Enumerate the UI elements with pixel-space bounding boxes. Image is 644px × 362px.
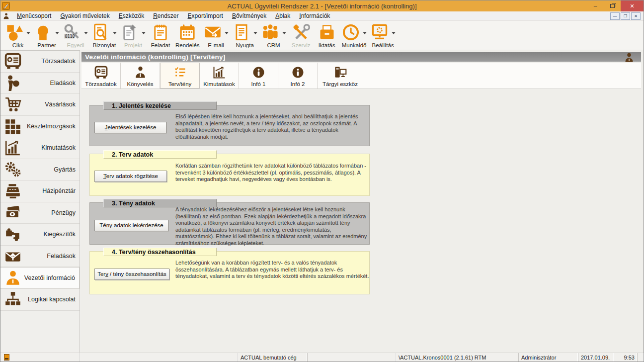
mdi-minimize-button[interactable]: — (610, 12, 620, 20)
toolbar-label: Bizonylat (93, 42, 116, 48)
menu-rendszer[interactable]: Rendszer (149, 11, 183, 21)
menu-informaciok[interactable]: Információk (295, 11, 334, 21)
sidebar-item-hazipenztar[interactable]: Házipénztár (0, 181, 80, 202)
title-bar: ACTUAL Ügyviteli Rendszer 2.1 - [Vezetői… (0, 0, 644, 11)
chevron-down-icon[interactable] (142, 32, 146, 34)
page-header: Vezetői információ (kontrolling) [Terv/t… (81, 52, 641, 62)
sidebar-item-eladasok[interactable]: Eladások (0, 73, 80, 94)
toolbar-label: Iktatás (319, 42, 335, 48)
sidebar-item-kimutatasok[interactable]: Kimutatások (0, 137, 80, 159)
bar-chart-icon (4, 139, 21, 156)
chevron-down-icon[interactable] (253, 32, 257, 34)
sidebar-item-keszletmozgasok[interactable]: Készletmozgások (0, 116, 80, 138)
section-description: Lehetőségünk van a korábban rögzített te… (175, 260, 370, 280)
sidebar-item-label: Feladások (21, 253, 76, 260)
toolbar-label: Beállítás (372, 42, 394, 48)
status-date: 2017.01.09. (578, 353, 614, 362)
section-jelentes-kezelese: 1. Jelentés kezelése Jelentések kezelése… (89, 105, 370, 146)
tab-info-1[interactable]: Infó 1 (239, 63, 278, 89)
toolbar-label: Feladat (151, 42, 170, 48)
chevron-down-icon[interactable] (363, 32, 367, 34)
chevron-down-icon[interactable] (392, 32, 396, 34)
tab-label: Törzsadatok (85, 81, 116, 87)
menu-bar: Menücsoport Gyakori műveletek Eszközök R… (0, 11, 644, 21)
toolbar-item-rendeles[interactable]: Rendelés (173, 23, 202, 48)
chevron-down-icon[interactable] (84, 32, 88, 34)
sidebar-item-penzugy[interactable]: Pénzügy (0, 202, 80, 224)
toolbar-label: Egyedi (67, 42, 84, 48)
sidebar-item-label: Házipénztár (21, 187, 76, 194)
sidebar-item-logikai-kapcsolat[interactable]: Logikai kapcsolat (0, 289, 80, 311)
checklist-icon (173, 66, 187, 79)
status-bar: ACTUAL bemutató cég \ACTUAL.Kronos0001 (… (0, 353, 644, 362)
chevron-down-icon[interactable] (55, 32, 59, 34)
toolbar-item-egyedi[interactable]: 0110 Egyedi (61, 23, 90, 48)
menu-gyakori-muveletek[interactable]: Gyakori műveletek (56, 11, 114, 21)
main-toolbar: Cikk Partner 0110 Egyedi Bizonylat Proje… (0, 21, 644, 50)
chevron-down-icon[interactable] (113, 32, 117, 34)
notepad-icon (152, 23, 169, 41)
menu-bovitmenyek[interactable]: Bővítmények (228, 11, 271, 21)
chevron-down-icon[interactable] (225, 32, 229, 34)
tab-label: Infó 1 (251, 81, 266, 87)
person-icon (4, 270, 21, 286)
sidebar-item-gyartas[interactable]: Gyártás (0, 159, 80, 181)
toolbar-label: Munkaidő (342, 42, 367, 48)
status-cell (80, 353, 238, 362)
mdi-close-button[interactable]: ✕ (631, 12, 641, 20)
tab-targyi-eszkoz[interactable]: Tárgyi eszköz (318, 63, 363, 89)
tab-kimutatasok[interactable]: Kimutatások (200, 63, 239, 89)
jelentesek-kezelese-button[interactable]: Jelentések kezelése (94, 122, 166, 133)
sidebar-item-torzsadatok[interactable]: Törzsadatok (0, 51, 80, 73)
mdi-restore-button[interactable]: ❐ (621, 12, 630, 20)
chevron-down-icon[interactable] (282, 32, 286, 34)
toolbar-item-email[interactable]: E-mail (202, 23, 231, 48)
key-icon: 0110 (63, 23, 81, 41)
sidebar-item-feladasok[interactable]: Feladások (0, 246, 80, 268)
content-area: 1. Jelentés kezelése Jelentések kezelése… (81, 89, 641, 353)
status-text: 2017.01.09. (581, 355, 610, 361)
chevron-down-icon[interactable] (26, 32, 30, 34)
menu-export-import[interactable]: Export/import (183, 11, 228, 21)
toolbar-item-bizonylat[interactable]: Bizonylat (90, 23, 119, 48)
tab-info-2[interactable]: Infó 2 (278, 63, 318, 89)
document-magnifier-icon (92, 23, 110, 41)
toolbar-item-crm[interactable]: CRM (259, 23, 288, 48)
sidebar-item-vezetoi-informacio[interactable]: Vezetői információ (0, 267, 80, 289)
sidebar-item-vasarlasok[interactable]: Vásárlások (0, 94, 80, 116)
sidebar-item-kiegeszitok[interactable]: Kiegészítők (0, 224, 80, 246)
tab-label: Könyvelés (127, 81, 153, 87)
drawer-icon (318, 23, 336, 41)
toolbar-item-munkaido[interactable]: Munkaidő (340, 23, 369, 48)
section-title: 1. Jelentés kezelése (103, 101, 217, 110)
toolbar-item-cikk[interactable]: Cikk (3, 23, 32, 48)
status-app-icon (4, 354, 9, 361)
terv-adatok-rogzitese-button[interactable]: Terv adatok rögzítése (94, 171, 167, 182)
section-teny-adatok: 3. Tény adatok Tény adatok lekérdezése A… (89, 202, 370, 245)
menu-ablak[interactable]: Ablak (271, 11, 295, 21)
toolbar-item-feladat[interactable]: Feladat (148, 23, 173, 48)
menu-eszkozok[interactable]: Eszközök (114, 11, 149, 21)
toolbar-item-projekt[interactable]: Projekt (119, 23, 148, 48)
section-terv-adatok: 2. Terv adatok Terv adatok rögzítése Kor… (89, 154, 370, 196)
menu-menucsoport[interactable]: Menücsoport (12, 11, 56, 21)
gears-icon (4, 161, 21, 178)
teny-adatok-lekerdezese-button[interactable]: Tény adatok lekérdezése (94, 220, 168, 231)
toolbar-item-beallitas[interactable]: Beállítás (369, 23, 398, 48)
terv-teny-osszehasonlitas-button[interactable]: Terv / tény összehasonlítás (94, 269, 169, 280)
sidebar-item-label: Pénzügy (21, 209, 76, 216)
toolbar-item-iktatas[interactable]: Iktatás (314, 23, 340, 48)
toolbar-item-szerviz[interactable]: Szerviz (288, 23, 314, 48)
tab-konyveles[interactable]: Könyvelés (121, 63, 160, 89)
person-head-icon (34, 23, 52, 41)
sidebar-item-label: Készletmozgások (21, 123, 76, 130)
toolbar-item-partner[interactable]: Partner (32, 23, 61, 48)
toolbar-label: CRM (267, 42, 280, 48)
window-title: ACTUAL Ügyviteli Rendszer 2.1 - [Vezetői… (0, 2, 644, 10)
toolbar-item-nyugta[interactable]: Nyugta (231, 23, 259, 48)
section-description: Első lépésben létre kell hoznunk a jelen… (175, 113, 370, 140)
tab-terv-teny[interactable]: Terv/tény (160, 63, 200, 89)
restore-icon (610, 4, 615, 8)
module-tabbar: Törzsadatok Könyvelés Terv/tény Kimutatá… (81, 63, 641, 89)
tab-torzsadatok[interactable]: Törzsadatok (81, 63, 121, 89)
